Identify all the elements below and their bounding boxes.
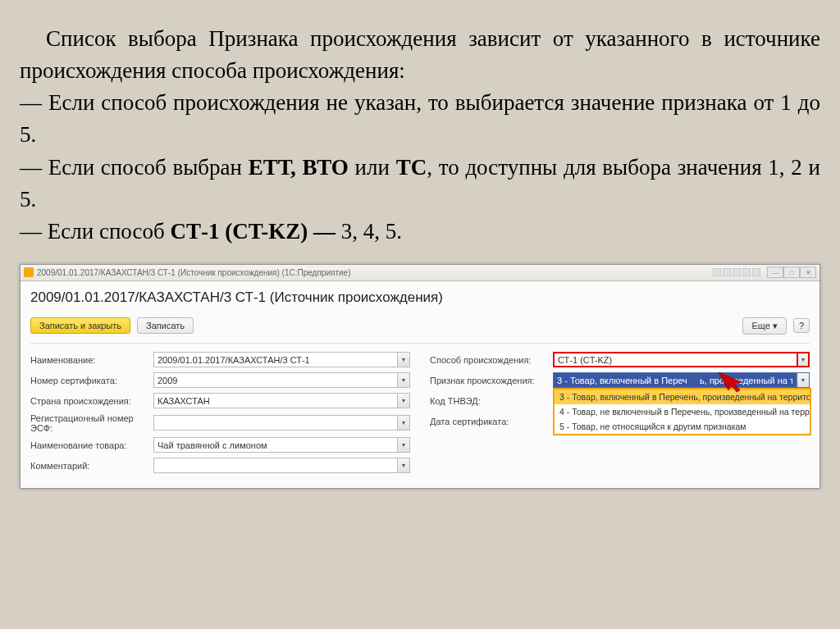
- help-button[interactable]: ?: [793, 318, 810, 333]
- app-icon: [24, 267, 34, 277]
- cert-label: Номер сертификата:: [30, 376, 153, 385]
- dropdown-icon[interactable]: ▾: [397, 352, 410, 367]
- window-titlebar: 2009/01.01.2017/КАЗАХСТАН/3 СТ-1 (Источн…: [21, 265, 819, 281]
- close-button[interactable]: ✕: [800, 267, 816, 278]
- country-label: Страна происхождения:: [30, 396, 153, 406]
- name-input[interactable]: [153, 352, 397, 367]
- code-label: Код ТНВЭД:: [430, 396, 553, 406]
- titlebar-tool-icons: [713, 268, 760, 276]
- date-label: Дата сертификата:: [430, 417, 553, 426]
- sign-dropdown-list[interactable]: 3 - Товар, включенный в Перечень, произв…: [553, 388, 811, 435]
- app-window: 2009/01.01.2017/КАЗАХСТАН/3 СТ-1 (Источн…: [20, 264, 820, 489]
- dropdown-icon[interactable]: ▾: [397, 437, 410, 453]
- dropdown-icon[interactable]: ▾: [797, 372, 810, 388]
- country-input[interactable]: [153, 393, 397, 408]
- titlebar-text: 2009/01.01.2017/КАЗАХСТАН/3 СТ-1 (Источн…: [37, 268, 350, 277]
- form-title: 2009/01.01.2017/КАЗАХСТАН/3 СТ-1 (Источн…: [30, 289, 810, 306]
- method-label: Способ происхождения:: [430, 355, 553, 365]
- sign-input[interactable]: [553, 372, 797, 388]
- minimize-button[interactable]: —: [767, 267, 783, 278]
- save-and-close-button[interactable]: Записать и закрыть: [30, 317, 130, 334]
- more-button[interactable]: Еще ▾: [742, 317, 786, 335]
- toolbar: Записать и закрыть Записать Еще ▾ ?: [30, 314, 810, 344]
- dropdown-icon[interactable]: ▾: [797, 352, 810, 367]
- maximize-button[interactable]: □: [783, 267, 800, 278]
- dropdown-option[interactable]: 4 - Товар, не включенный в Перечень, про…: [555, 404, 810, 419]
- dropdown-option[interactable]: 3 - Товар, включенный в Перечень, произв…: [555, 390, 810, 404]
- comment-label: Комментарий:: [30, 461, 153, 471]
- comment-input[interactable]: [153, 458, 397, 473]
- dropdown-option[interactable]: 5 - Товар, не относящийся к другим призн…: [555, 419, 810, 434]
- sign-label: Признак происхождения:: [430, 376, 553, 385]
- reg-label: Регистрационный номер ЭСФ:: [30, 413, 153, 433]
- dropdown-icon[interactable]: ▾: [397, 415, 410, 431]
- description-text: Список выбора Признака происхождения зав…: [20, 23, 820, 248]
- reg-input[interactable]: [153, 415, 397, 431]
- goods-label: Наименование товара:: [30, 440, 153, 450]
- save-button[interactable]: Записать: [137, 317, 194, 334]
- cert-input[interactable]: [153, 372, 397, 388]
- method-input[interactable]: [553, 352, 797, 367]
- form-right-column: Способ происхождения: ▾ Признак происхож…: [430, 352, 810, 478]
- dropdown-icon[interactable]: ▾: [397, 372, 410, 388]
- dropdown-icon[interactable]: ▾: [397, 458, 410, 473]
- goods-input[interactable]: [153, 437, 397, 453]
- name-label: Наименование:: [30, 355, 153, 365]
- form-left-column: Наименование: ▾ Номер сертификата: ▾ Стр…: [30, 352, 410, 478]
- dropdown-icon[interactable]: ▾: [397, 393, 410, 408]
